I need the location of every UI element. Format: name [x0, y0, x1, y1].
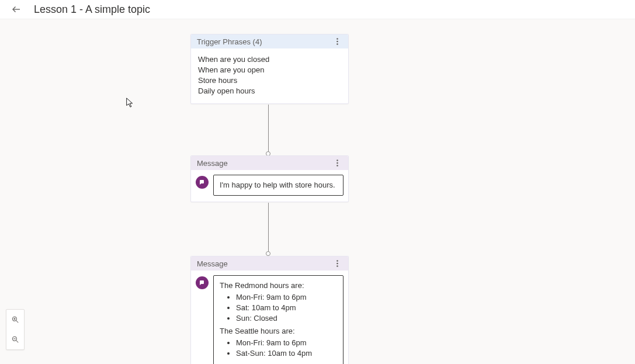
- node-header: Trigger Phrases (4): [191, 34, 348, 48]
- zoom-in-icon: [11, 316, 19, 324]
- svg-point-4: [336, 160, 338, 161]
- zoom-out-button[interactable]: [6, 330, 24, 349]
- message-bullet: Sun: Closed: [236, 313, 337, 324]
- message-node[interactable]: Message I'm happy to help with store hou…: [190, 155, 349, 202]
- svg-point-6: [336, 165, 338, 167]
- canvas[interactable]: Trigger Phrases (4) When are you closed …: [0, 19, 635, 364]
- message-body: The Redmond hours are: Mon-Fri: 9am to 6…: [191, 271, 348, 364]
- trigger-phrase: When are you open: [198, 65, 341, 75]
- message-bullet: Sat: 10am to 4pm: [236, 303, 337, 313]
- zoom-out-icon: [11, 335, 19, 344]
- node-title: Message: [197, 159, 228, 168]
- svg-line-15: [16, 341, 19, 343]
- message-input[interactable]: I'm happy to help with store hours.: [213, 175, 343, 196]
- more-vertical-icon: [336, 260, 338, 267]
- svg-point-3: [336, 43, 338, 45]
- bot-avatar: [196, 276, 209, 289]
- node-more-button[interactable]: [332, 158, 342, 168]
- message-text: The Redmond hours are:: [220, 280, 337, 291]
- message-input[interactable]: The Redmond hours are: Mon-Fri: 9am to 6…: [213, 275, 343, 364]
- svg-point-5: [336, 162, 338, 164]
- zoom-controls: [6, 309, 25, 350]
- node-header: Message: [191, 256, 348, 271]
- svg-point-7: [336, 260, 338, 262]
- svg-point-1: [336, 38, 338, 40]
- back-arrow-icon: [11, 4, 22, 15]
- svg-line-11: [16, 321, 19, 323]
- node-more-button[interactable]: [332, 36, 342, 47]
- message-bullet: Sat-Sun: 10am to 4pm: [236, 348, 337, 359]
- message-text: I'm happy to help with store hours.: [220, 180, 337, 190]
- trigger-phrases-list[interactable]: When are you closed When are you open St…: [191, 48, 348, 103]
- bot-icon: [199, 179, 206, 186]
- connector-port[interactable]: [266, 251, 270, 256]
- trigger-phrases-node[interactable]: Trigger Phrases (4) When are you closed …: [190, 34, 349, 104]
- message-text: The Seattle hours are:: [220, 326, 337, 337]
- node-title: Message: [197, 259, 228, 268]
- message-bullet: Mon-Fri: 9am to 6pm: [236, 338, 337, 348]
- node-title: Trigger Phrases (4): [197, 37, 262, 46]
- connector: [268, 105, 269, 154]
- back-button[interactable]: [9, 2, 23, 16]
- mouse-cursor: [126, 98, 135, 108]
- connector: [268, 203, 269, 254]
- node-more-button[interactable]: [332, 258, 342, 269]
- bot-avatar: [196, 176, 209, 189]
- svg-point-2: [336, 41, 338, 43]
- node-header: Message: [191, 156, 348, 170]
- message-bullet: Mon-Fri: 9am to 6pm: [236, 292, 337, 303]
- more-vertical-icon: [336, 38, 338, 45]
- top-bar: Lesson 1 - A simple topic: [0, 0, 635, 19]
- page-title: Lesson 1 - A simple topic: [34, 4, 150, 16]
- message-bullets: Mon-Fri: 9am to 6pm Sat: 10am to 4pm Sun…: [220, 292, 337, 324]
- message-node[interactable]: Message The Redmond hours are: Mon-Fri: …: [190, 256, 349, 364]
- trigger-phrase: Daily open hours: [198, 86, 341, 96]
- message-body: I'm happy to help with store hours.: [191, 170, 348, 202]
- zoom-in-button[interactable]: [6, 310, 24, 330]
- trigger-phrase: Store hours: [198, 75, 341, 86]
- trigger-phrase: When are you closed: [198, 54, 341, 65]
- message-bullets: Mon-Fri: 9am to 6pm Sat-Sun: 10am to 4pm: [220, 338, 337, 359]
- bot-icon: [199, 279, 206, 286]
- svg-point-8: [336, 263, 338, 265]
- svg-point-9: [336, 265, 338, 267]
- more-vertical-icon: [336, 160, 338, 167]
